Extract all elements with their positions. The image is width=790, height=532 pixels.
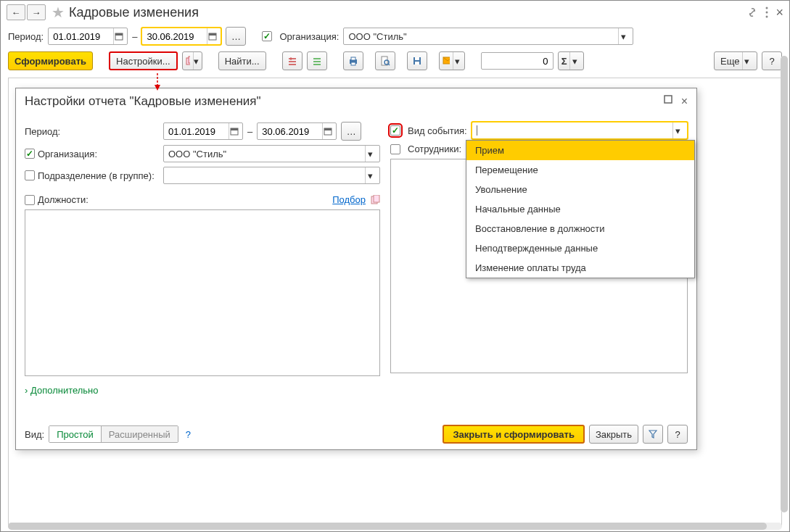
chevron-down-icon: ▾: [453, 52, 461, 70]
pick-link[interactable]: Подбор: [332, 194, 366, 205]
scrollbar-vertical[interactable]: [781, 56, 788, 512]
save-button[interactable]: [407, 51, 427, 70]
email-button[interactable]: ▾: [439, 51, 465, 70]
more-button[interactable]: Еще ▾: [714, 51, 757, 70]
dialog-period-from-input[interactable]: [163, 122, 243, 140]
dialog-period-label: Период:: [25, 126, 159, 137]
paste-icon[interactable]: [370, 195, 380, 205]
chevron-down-icon[interactable]: ▾: [365, 167, 375, 183]
annotation-arrow-icon: [153, 73, 162, 91]
svg-rect-4: [115, 33, 123, 36]
dialog-subdiv-select[interactable]: ▾: [163, 167, 380, 184]
dialog-event-select[interactable]: ▾: [472, 122, 688, 139]
chevron-down-icon[interactable]: ▾: [618, 28, 628, 44]
svg-rect-8: [189, 57, 190, 63]
dialog-employees-checkbox[interactable]: [390, 144, 400, 154]
svg-point-1: [766, 12, 768, 14]
dialog-positions-label: Должности:: [38, 194, 89, 205]
svg-rect-21: [231, 128, 238, 130]
settings-variants-button[interactable]: ▾: [182, 51, 202, 70]
dialog-subdiv-label: Подразделение (в группе):: [38, 170, 155, 181]
dialog-close-icon[interactable]: ×: [681, 95, 688, 108]
chevron-down-icon: ▾: [742, 52, 751, 70]
dialog-event-checkbox[interactable]: [390, 125, 400, 136]
additional-toggle[interactable]: › Дополнительно: [25, 385, 99, 396]
event-option[interactable]: Изменение оплаты труда: [466, 258, 694, 278]
close-icon[interactable]: ×: [775, 5, 783, 20]
org-value: ООО "Стиль": [348, 31, 406, 42]
dialog-positions-checkbox[interactable]: [25, 195, 35, 205]
dialog-period-sep: –: [247, 126, 252, 137]
svg-point-0: [766, 7, 768, 9]
svg-rect-10: [351, 57, 355, 60]
period-from-input[interactable]: [48, 28, 128, 45]
event-option[interactable]: Неподтвержденные данные: [466, 238, 694, 258]
svg-rect-19: [664, 96, 672, 103]
dialog-help-link[interactable]: ?: [186, 429, 191, 440]
dialog-org-checkbox[interactable]: [25, 149, 35, 159]
dialog-title: Настройки отчета "Кадровые изменения": [25, 94, 261, 109]
period-to-input[interactable]: [141, 28, 221, 45]
positions-listbox[interactable]: [25, 209, 380, 376]
org-select[interactable]: ООО "Стиль" ▾: [343, 28, 633, 45]
event-option[interactable]: Увольнение: [466, 180, 694, 199]
chevron-down-icon[interactable]: ▾: [672, 122, 683, 138]
chevron-down-icon: ▾: [569, 52, 580, 70]
event-option[interactable]: Восстановление в должности: [466, 219, 694, 238]
dialog-period-picker-button[interactable]: …: [341, 122, 361, 141]
period-separator: –: [132, 31, 137, 42]
calendar-icon[interactable]: [113, 28, 124, 44]
view-advanced-tab[interactable]: Расширенный: [102, 426, 178, 442]
dialog-org-select[interactable]: ООО "Стиль" ▾: [163, 145, 380, 162]
print-button[interactable]: [343, 51, 363, 70]
dialog-event-label: Вид события:: [408, 125, 467, 136]
chevron-down-icon: ▾: [193, 52, 199, 70]
preview-button[interactable]: [375, 51, 395, 70]
view-simple-tab[interactable]: Простой: [49, 426, 102, 442]
scrollbar-horizontal[interactable]: [8, 523, 782, 530]
page-title: Кадровые изменения: [69, 5, 199, 20]
link-icon[interactable]: [746, 7, 758, 18]
calendar-icon[interactable]: [229, 123, 239, 139]
dialog-maximize-icon[interactable]: [664, 95, 672, 108]
period-label: Период:: [8, 31, 44, 42]
svg-rect-11: [351, 62, 355, 65]
nav-back-button[interactable]: ←: [7, 4, 25, 20]
settings-button[interactable]: Настройки...: [109, 51, 178, 70]
close-button[interactable]: Закрыть: [589, 425, 638, 444]
nav-forward-button[interactable]: →: [27, 4, 46, 20]
org-label: Организация:: [279, 31, 339, 42]
dialog-subdiv-checkbox[interactable]: [25, 170, 35, 180]
close-and-generate-button[interactable]: Закрыть и сформировать: [443, 425, 585, 444]
event-option[interactable]: Перемещение: [466, 160, 694, 180]
calendar-icon[interactable]: [207, 28, 218, 44]
svg-rect-25: [374, 195, 379, 202]
svg-rect-16: [415, 62, 419, 65]
event-option[interactable]: Прием: [466, 141, 694, 160]
dialog-period-to-input[interactable]: [257, 122, 337, 140]
svg-rect-6: [209, 33, 216, 36]
dialog-employees-label: Сотрудники:: [408, 144, 461, 154]
org-checkbox[interactable]: [262, 31, 272, 41]
svg-rect-15: [415, 57, 419, 60]
period-picker-button[interactable]: …: [226, 27, 246, 46]
dialog-help-button[interactable]: ?: [667, 425, 688, 444]
event-dropdown-list: Прием Перемещение Увольнение Начальные д…: [466, 140, 695, 278]
collapse-groups-button[interactable]: [307, 51, 327, 70]
kebab-menu-icon[interactable]: [765, 7, 768, 18]
event-option[interactable]: Начальные данные: [466, 199, 694, 219]
find-button[interactable]: Найти...: [218, 51, 266, 70]
view-label: Вид:: [25, 429, 44, 440]
calendar-icon[interactable]: [322, 123, 333, 139]
view-segmented: Простой Расширенный: [49, 425, 178, 443]
chevron-down-icon[interactable]: ▾: [365, 146, 375, 162]
generate-button[interactable]: Сформировать: [8, 51, 93, 70]
favorite-star-icon[interactable]: ★: [52, 4, 65, 21]
expand-groups-button[interactable]: [282, 51, 303, 70]
svg-rect-23: [324, 128, 332, 130]
filter-button[interactable]: [643, 425, 663, 444]
sum-input[interactable]: [481, 52, 554, 70]
dialog-org-label: Организация:: [38, 149, 97, 159]
help-button[interactable]: ?: [762, 51, 782, 70]
sigma-button[interactable]: Σ ▾: [558, 51, 584, 70]
